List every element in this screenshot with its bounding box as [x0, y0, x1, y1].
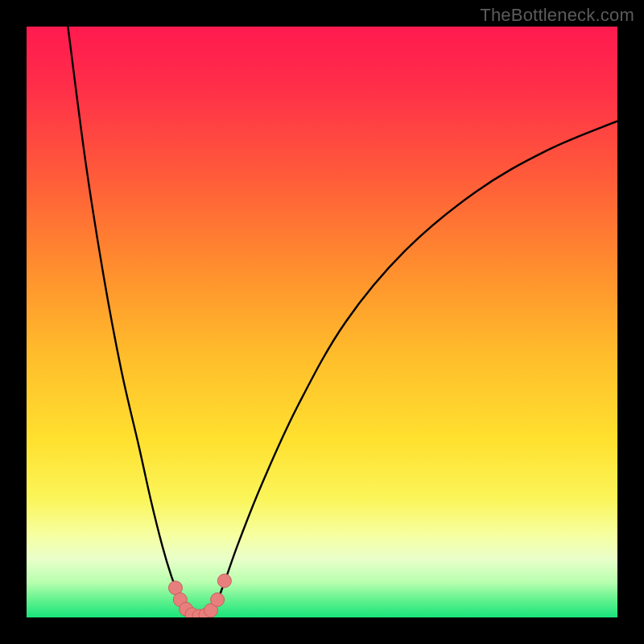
- plot-area: [27, 27, 617, 617]
- outer-frame: TheBottleneck.com: [0, 0, 644, 644]
- chart-curves: [27, 27, 617, 617]
- curve-right-branch: [210, 121, 617, 617]
- curve-left-branch: [68, 27, 192, 617]
- valley-marker: [211, 592, 225, 606]
- valley-marker: [217, 574, 231, 588]
- valley-markers: [168, 574, 231, 617]
- watermark-text: TheBottleneck.com: [480, 5, 634, 26]
